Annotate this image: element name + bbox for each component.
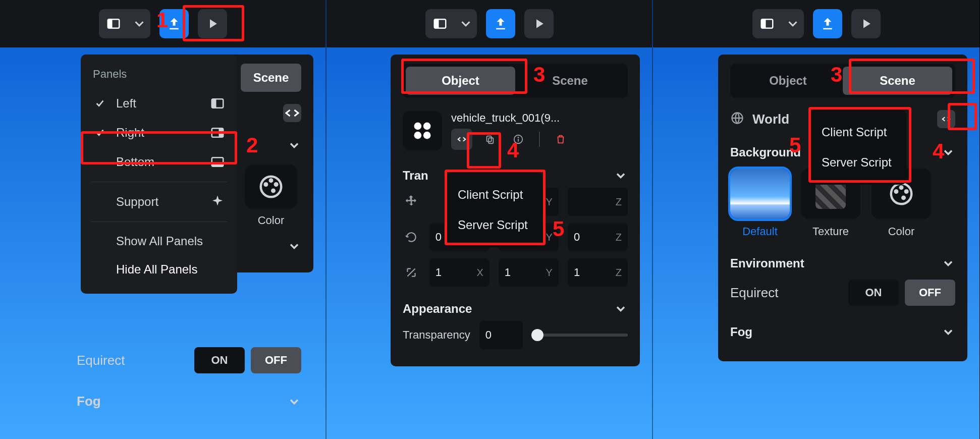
chevron-down-icon <box>287 239 301 253</box>
sparkle-icon <box>210 194 225 209</box>
row-equirect: Equirect ON OFF <box>77 343 301 377</box>
callout-box-3 <box>849 59 975 94</box>
chevron-down-icon <box>941 256 955 270</box>
app-panel-3: Object Scene World Background Default <box>653 0 979 439</box>
callout-number-5: 5 <box>553 217 564 241</box>
tab-scene[interactable]: Scene <box>241 64 301 92</box>
svg-point-3 <box>263 182 268 187</box>
scl-y[interactable]: 1Y <box>499 258 559 287</box>
menu-hide-all[interactable]: Hide All Panels <box>83 255 235 284</box>
equirect-on[interactable]: ON <box>848 280 899 306</box>
topbar <box>653 0 979 47</box>
separator <box>539 132 540 147</box>
transparency-slider[interactable] <box>532 325 628 345</box>
callout-number-2: 2 <box>246 133 258 157</box>
code-icon[interactable] <box>283 104 301 122</box>
chevron-down-icon <box>614 302 628 316</box>
rot-z[interactable]: 0Z <box>568 223 628 251</box>
panel-toggle-dropdown[interactable] <box>128 9 150 38</box>
menu-show-all[interactable]: Show All Panels <box>83 227 235 255</box>
delete-button[interactable] <box>550 129 571 150</box>
panel-toggle-button[interactable] <box>752 9 782 38</box>
svg-point-31 <box>901 195 906 200</box>
play-button[interactable] <box>524 9 554 38</box>
callout-number-3: 3 <box>533 63 545 87</box>
app-panel-1: Scene Color Equirect ON OFF Fog Panels <box>0 0 326 439</box>
scale-icon[interactable] <box>403 266 420 279</box>
environment-label: Environment <box>730 256 804 270</box>
menu-left[interactable]: Left <box>83 89 235 118</box>
section-appearance: Appearance Transparency 0 <box>403 297 628 351</box>
equirect-label: Equirect <box>77 353 125 368</box>
callout-box-3 <box>401 59 527 94</box>
partial-visible-tabs: Scene <box>241 64 301 92</box>
bg-label-default: Default <box>742 225 778 238</box>
scl-x[interactable]: 1X <box>429 258 489 287</box>
svg-point-17 <box>414 132 422 139</box>
object-name: vehicle_truck_001(9... <box>451 112 628 125</box>
chevron-down-icon <box>287 138 301 152</box>
row-chev-2 <box>241 235 301 257</box>
svg-point-29 <box>899 185 904 190</box>
row-scale: 1X 1Y 1Z <box>403 258 628 287</box>
section-header-appearance[interactable]: Appearance <box>403 302 628 321</box>
section-environment: Environment Equirect ON OFF <box>730 251 955 312</box>
scene-panel: Object Scene World Background Default <box>718 54 967 361</box>
transform-label: Tran <box>403 169 428 183</box>
move-z[interactable]: Z <box>568 188 628 216</box>
callout-number-4: 4 <box>507 138 519 162</box>
bg-option-default[interactable]: Default <box>730 169 790 238</box>
callout-box-2 <box>81 131 237 164</box>
equirect-off[interactable]: OFF <box>905 280 955 306</box>
svg-point-18 <box>423 132 431 139</box>
chevron-down-icon <box>941 325 955 339</box>
section-header-fog[interactable]: Fog <box>730 325 955 344</box>
callout-box-1 <box>183 5 244 41</box>
equirect-off[interactable]: OFF <box>251 347 301 373</box>
svg-point-30 <box>904 189 909 194</box>
row-fog[interactable]: Fog <box>77 390 301 413</box>
upload-button[interactable] <box>486 9 515 38</box>
equirect-on[interactable]: ON <box>194 347 245 373</box>
panel-toggle-split <box>99 9 150 38</box>
play-button[interactable] <box>851 9 881 38</box>
rotate-icon[interactable] <box>403 231 420 244</box>
tab-scene[interactable]: Scene <box>515 67 625 95</box>
panel-toggle-dropdown[interactable] <box>455 9 477 38</box>
callout-box-5 <box>808 107 911 183</box>
section-fog: Fog <box>730 320 955 346</box>
panel-toggle-split <box>425 9 477 38</box>
fog-label: Fog <box>77 394 101 409</box>
svg-point-15 <box>414 123 422 130</box>
app-panel-2: Object Scene vehicle_truck_001(9... Tran <box>326 0 653 439</box>
partial-scene-panel: Scene Color <box>229 54 313 272</box>
svg-rect-8 <box>212 99 216 108</box>
svg-point-16 <box>423 123 431 130</box>
move-icon[interactable] <box>403 194 420 209</box>
tab-object[interactable]: Object <box>733 67 843 95</box>
menu-support[interactable]: Support <box>83 187 235 216</box>
callout-box-4 <box>467 132 501 169</box>
svg-point-28 <box>894 189 898 194</box>
panel-left-icon <box>210 96 225 111</box>
transparency-value[interactable]: 0 <box>479 321 523 349</box>
menu-hide-all-label: Hide All Panels <box>116 262 225 277</box>
section-header-environment[interactable]: Environment <box>730 256 955 276</box>
row-equirect: Equirect ON OFF <box>730 276 955 310</box>
check-icon <box>93 98 107 109</box>
panels-menu-title: Panels <box>83 65 235 89</box>
object-thumb[interactable] <box>403 111 442 150</box>
scl-z[interactable]: 1Z <box>568 258 628 287</box>
panel-toggle-button[interactable] <box>99 9 128 38</box>
panel-toggle-button[interactable] <box>425 9 455 38</box>
bg-label-color: Color <box>888 225 915 238</box>
svg-point-4 <box>269 178 274 183</box>
svg-rect-14 <box>434 19 439 28</box>
upload-button[interactable] <box>813 9 842 38</box>
bg-option-color[interactable] <box>245 164 297 209</box>
svg-rect-1 <box>107 19 112 28</box>
panel-toggle-split <box>752 9 804 38</box>
appearance-label: Appearance <box>403 302 472 316</box>
equirect-toggle: ON OFF <box>848 280 955 306</box>
panel-toggle-dropdown[interactable] <box>782 9 804 38</box>
